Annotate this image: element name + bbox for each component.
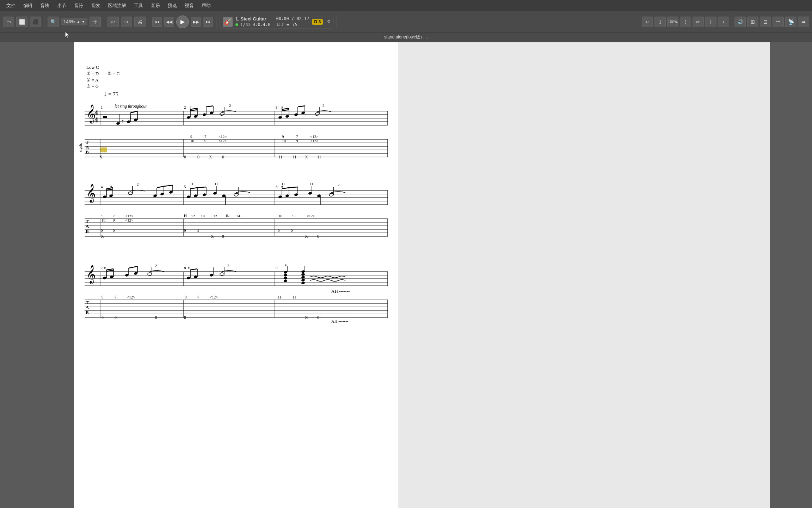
svg-text:T: T	[86, 300, 89, 305]
score-area[interactable]: Low C ① = D ⑥ = C ② = A ⑤ = G ♩ = 75 𝄞 4…	[74, 42, 770, 508]
undo-btn[interactable]: ↩	[107, 17, 119, 27]
tool-btn-plus[interactable]: +	[718, 17, 729, 27]
svg-text:<12>: <12>	[219, 134, 227, 139]
redo-btn[interactable]: ↪	[121, 17, 132, 27]
zoom-display[interactable]: 146% ▲ ▼	[61, 18, 87, 25]
tool-btn-wave[interactable]: 〜	[773, 17, 784, 27]
svg-text:① = D: ① = D	[86, 71, 99, 76]
tool-btn-arrow[interactable]: ➡	[798, 17, 809, 27]
svg-text:#: #	[281, 185, 283, 189]
zoom-up-icon: ▲	[76, 20, 80, 24]
transport-forward[interactable]: ▶▶	[191, 17, 201, 27]
svg-text:<12>: <12>	[125, 214, 133, 218]
svg-text:0: 0	[101, 228, 103, 232]
svg-text:0: 0	[113, 228, 115, 232]
svg-text:<12>: <12>	[210, 295, 218, 299]
svg-text:0: 0	[278, 228, 280, 232]
transport-end[interactable]: ⏭	[203, 17, 213, 27]
svg-rect-18	[103, 116, 107, 118]
svg-text:#: #	[190, 105, 191, 109]
svg-text:0: 0	[197, 155, 199, 159]
svg-text:s.guit.: s.guit.	[79, 143, 82, 152]
svg-text:10: 10	[278, 214, 283, 218]
svg-text:9: 9	[185, 295, 187, 299]
svg-text:<12>: <12>	[310, 139, 318, 143]
svg-text:0: 0	[115, 315, 117, 320]
menu-preview[interactable]: 预览	[164, 1, 180, 10]
guitar-icon: 🎸	[224, 18, 232, 26]
tool-btn-3[interactable]: ⟩	[680, 17, 691, 27]
view-split-btn[interactable]: ⬜	[16, 17, 27, 27]
svg-text:A: A	[86, 144, 89, 150]
separator-4	[216, 16, 216, 28]
menu-measure[interactable]: 小节	[54, 1, 70, 10]
svg-text:7: 7	[197, 295, 199, 299]
tempo-dots: ♩=	[281, 22, 285, 27]
svg-text:9: 9	[282, 134, 284, 139]
tool-btn-radio[interactable]: 📡	[785, 17, 796, 27]
svg-text:A: A	[86, 224, 89, 229]
svg-text:T: T	[86, 139, 89, 145]
svg-text:9: 9	[222, 234, 224, 239]
tool-btn-pencil[interactable]: ✏	[693, 17, 704, 27]
sheet-music-svg: Low C ① = D ⑥ = C ② = A ⑤ = G ♩ = 75 𝄞 4…	[74, 42, 398, 508]
active-indicator	[235, 23, 238, 26]
svg-text:9: 9	[184, 228, 186, 232]
tool-btn-grid[interactable]: ⊞	[747, 17, 758, 27]
tool-btn-4[interactable]: I	[705, 17, 716, 27]
svg-text:X: X	[305, 315, 308, 320]
menu-music[interactable]: 音乐	[147, 1, 164, 10]
view-single-btn[interactable]: ▭	[3, 17, 14, 27]
menu-track[interactable]: 音轨	[37, 1, 53, 10]
svg-text:Low C: Low C	[86, 65, 99, 70]
svg-text:0: 0	[317, 234, 319, 239]
transport-play[interactable]: ▶	[176, 16, 189, 28]
instrument-status: 1/43 4:0:4:0	[235, 22, 270, 27]
svg-text:X: X	[305, 234, 308, 239]
tool-btn-speaker[interactable]: 🔊	[734, 17, 746, 27]
svg-text:11: 11	[293, 155, 297, 159]
menu-tool[interactable]: 工具	[130, 1, 147, 10]
svg-text:12: 12	[213, 214, 217, 218]
tool-btn-2[interactable]: ♩	[654, 17, 666, 27]
menu-annotation[interactable]: 区域注解	[104, 1, 130, 10]
tool-btn-zoom[interactable]: 100%	[667, 17, 678, 27]
menu-edit[interactable]: 编辑	[20, 1, 36, 10]
svg-text:7: 7	[296, 134, 298, 139]
svg-text:10: 10	[282, 139, 286, 143]
menu-view[interactable]: 视音	[181, 1, 197, 10]
svg-text:10: 10	[102, 218, 106, 222]
tool-btn-1[interactable]: ↩	[642, 17, 653, 27]
svg-text:2: 2	[227, 264, 229, 268]
menu-file[interactable]: 文件	[3, 1, 19, 10]
svg-text:11: 11	[278, 155, 283, 159]
zoom-btn[interactable]: 🔍	[48, 17, 59, 27]
svg-text:<12>: <12>	[219, 139, 227, 143]
svg-text:0: 0	[184, 315, 186, 320]
svg-text:#: #	[285, 263, 287, 267]
svg-text:9: 9	[197, 228, 199, 232]
print-btn[interactable]: 🖨	[134, 17, 146, 27]
menu-note[interactable]: 音符	[70, 1, 87, 10]
transport-rewind[interactable]: ⏮	[152, 17, 162, 27]
svg-text:5: 5	[184, 185, 186, 189]
svg-text:9: 9	[204, 139, 207, 143]
tab-score[interactable]: stand alone(lowc版）...	[379, 33, 433, 42]
transport-back[interactable]: ◀◀	[164, 17, 174, 27]
svg-text:14: 14	[201, 214, 205, 218]
separator-1	[44, 16, 44, 28]
svg-text:11: 11	[278, 295, 282, 299]
menu-help[interactable]: 帮助	[198, 1, 214, 10]
tab-bar: stand alone(lowc版）...	[0, 32, 812, 42]
cursor-btn[interactable]: ✛	[90, 17, 101, 27]
svg-text:12: 12	[226, 214, 229, 218]
svg-text:2: 2	[229, 103, 231, 108]
tool-btn-grid2[interactable]: ⊡	[760, 17, 771, 27]
separator-5	[337, 16, 337, 28]
svg-text:7: 7	[113, 214, 115, 218]
view-full-btn[interactable]: ⬛	[30, 17, 41, 27]
menu-effect[interactable]: 音效	[87, 1, 104, 10]
instrument-info: 1. Steel Guitar 1/43 4:0:4:0	[235, 16, 270, 27]
toolbar: ▭ ⬜ ⬛ 🔍 146% ▲ ▼ ✛ ↩ ↪ 🖨 ⏮ ◀◀ ▶ ▶▶ ⏭ 🎸 1…	[0, 11, 812, 32]
svg-text:X: X	[101, 234, 104, 239]
